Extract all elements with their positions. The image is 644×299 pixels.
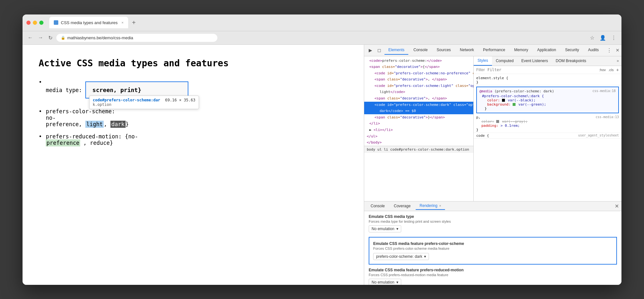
content-area: Active CSS media types and features • me… (23, 45, 621, 285)
tab-favicon-icon (54, 20, 58, 25)
bottom-close-button[interactable]: ✕ (615, 203, 619, 209)
emulate-color-desc: Forces CSS prefers-color-scheme media fe… (373, 247, 612, 250)
emulate-type-dropdown[interactable]: No emulation ▾ (369, 225, 401, 232)
styles-tab-styles[interactable]: Styles (474, 56, 492, 66)
bookmark-icon[interactable]: ☆ (589, 33, 596, 42)
devtools-bottom: Console Coverage Rendering × ✕ Emulate C… (364, 201, 621, 285)
back-button[interactable]: ← (26, 33, 34, 42)
prefers-color-label: prefers-color-scheme: (46, 108, 115, 115)
other-rule-source: css-media:13 (596, 115, 619, 119)
page-title: Active CSS media types and features (39, 58, 348, 69)
emulate-reduced-motion-section: Emulate CSS media feature prefers-reduce… (369, 268, 617, 285)
filter-label: Filter (476, 68, 485, 72)
url-bar[interactable]: 🔒 mathiasbynens.be/demo/css-media (56, 34, 217, 42)
devtools-tab-application[interactable]: Application (533, 46, 560, 55)
html-line-selected[interactable]: <code id="prefers-color-scheme:dark" cla… (364, 102, 473, 108)
emulate-motion-desc: Forces CSS prefers-reduced-motion media … (369, 273, 617, 277)
chevron-down-icon: ▾ (424, 254, 426, 259)
maximize-traffic-light[interactable] (39, 21, 43, 25)
devtools-close-button[interactable]: ✕ (614, 46, 621, 54)
browser-tab-active[interactable]: CSS media types and features × (49, 17, 128, 28)
media-rule-source: css-media:18 (592, 89, 616, 93)
devtools-tab-security[interactable]: Security (561, 46, 583, 55)
devtools-tab-network[interactable]: Network (456, 46, 478, 55)
list-item-prefers-color: • prefers-color-scheme: no- preference, … (39, 108, 348, 127)
html-line: <code id="prefers-color-scheme:no-prefer… (364, 70, 473, 77)
chevron-down-icon: ▾ (396, 227, 398, 231)
color-swatch-gray (496, 120, 499, 123)
forward-button[interactable]: → (37, 33, 44, 42)
html-line: light</code> (364, 89, 473, 95)
list-item-reduced-motion: • prefers-reduced-motion: {no- preferenc… (39, 133, 348, 146)
styles-tab-event-listeners[interactable]: Event Listeners (517, 56, 552, 66)
list-item-media-type: • media type: screen, print} code#prefer… (39, 79, 348, 98)
elements-breadcrumb: body ul li code#prefers-color-scheme:dar… (364, 146, 473, 153)
styles-tab-more[interactable]: » (614, 57, 621, 64)
devtools-tab-console[interactable]: Console (410, 46, 431, 55)
emulate-type-title: Emulate CSS media type (369, 214, 617, 219)
page-content: Active CSS media types and features • me… (23, 45, 364, 285)
html-line: <span class="decorative">{</span> (364, 64, 473, 70)
filter-hov-button[interactable]: :hov (599, 68, 606, 72)
filter-input[interactable] (488, 68, 597, 72)
devtools-more-icon[interactable]: ⋮ (605, 46, 613, 55)
emulate-css-type-section: Emulate CSS media type Forces media type… (369, 214, 617, 232)
html-line: <span class="decorative">, </span> (364, 76, 473, 83)
media-type-label: media type: (46, 87, 85, 93)
devtools-tab-memory[interactable]: Memory (510, 46, 532, 55)
html-line: <span class="decorative">}</span> (364, 114, 473, 121)
devtools-inspect-icon[interactable]: ▶ (367, 46, 374, 54)
close-traffic-light[interactable] (26, 21, 31, 25)
emulate-motion-title: Emulate CSS media feature prefers-reduce… (369, 268, 617, 272)
devtools-tab-performance[interactable]: Performance (479, 46, 509, 55)
emulate-motion-value: No emulation (372, 280, 394, 285)
prefers-color-values2: preference, light, dark} (46, 121, 129, 128)
other-rule-selector: p, (476, 115, 480, 119)
reload-button[interactable]: ↻ (47, 33, 54, 42)
url-text: mathiasbynens.be/demo/css-media (67, 35, 133, 40)
code-selector: code { (476, 134, 489, 138)
devtools-tab-elements[interactable]: Elements (384, 46, 408, 55)
filter-cls-button[interactable]: .cls (608, 68, 614, 72)
lock-icon: 🔒 (61, 36, 65, 40)
media-nested-selector: #prefers-color-scheme\:dark { (479, 94, 616, 98)
emulate-color-dropdown[interactable]: prefers-color-scheme: dark ▾ (373, 253, 429, 260)
other-rule-1: p, css-media:13 color: var(--gray); padd… (474, 115, 621, 133)
traffic-lights (26, 21, 43, 25)
tab-close-button[interactable]: × (121, 21, 123, 24)
rendering-content: Emulate CSS media type Forces media type… (364, 211, 621, 285)
styles-tab-dom-breakpoints[interactable]: DOM Breakpoints (552, 56, 590, 66)
tab-title: CSS media types and features (61, 20, 118, 25)
bottom-tab-coverage[interactable]: Coverage (390, 202, 414, 210)
devtools-tab-audits[interactable]: Audits (584, 46, 602, 55)
code-rule: code { user_agent_stylesheet (474, 133, 621, 139)
minimize-traffic-light[interactable] (33, 21, 37, 25)
color-swatch-green (513, 103, 516, 106)
reduce-text: , reduce} (83, 140, 113, 146)
html-line: </ul> (364, 133, 473, 140)
devtools-panel: ▶ ◻ Elements Console Sources Network Per… (364, 45, 621, 285)
menu-icon[interactable]: ⋮ (610, 33, 618, 42)
devtools-device-icon[interactable]: ◻ (375, 46, 383, 54)
emulate-color-scheme-section: Emulate CSS media feature prefers-color-… (369, 237, 617, 265)
bottom-tab-console[interactable]: Console (367, 202, 389, 210)
bottom-tab-rendering[interactable]: Rendering × (416, 202, 445, 210)
styles-tab-computed[interactable]: Computed (492, 56, 517, 66)
emulate-motion-dropdown[interactable]: No emulation ▾ (369, 279, 401, 285)
html-line: dark</code> == $0 (364, 108, 473, 114)
tooltip-element: code#prefers-color-scheme:dar (93, 98, 160, 102)
filter-plus-button[interactable]: + (616, 67, 619, 72)
color-swatch-black (502, 99, 505, 102)
html-line: <span class="decorative">, </span> (364, 95, 473, 102)
new-tab-button[interactable]: + (129, 19, 138, 26)
bottom-tabs: Console Coverage Rendering × ✕ (364, 201, 621, 211)
rule-close: } (476, 128, 478, 132)
rendering-tab-close[interactable]: × (439, 204, 441, 208)
element-style-close: } (476, 80, 478, 84)
devtools-tab-sources[interactable]: Sources (433, 46, 455, 55)
background-property: background: var(--green); (479, 102, 616, 107)
no-preference-highlight: preference (46, 139, 80, 146)
profile-icon[interactable]: 👤 (598, 33, 607, 42)
tooltip-label: k.option (93, 102, 111, 107)
page-list: • media type: screen, print} code#prefer… (39, 79, 348, 146)
